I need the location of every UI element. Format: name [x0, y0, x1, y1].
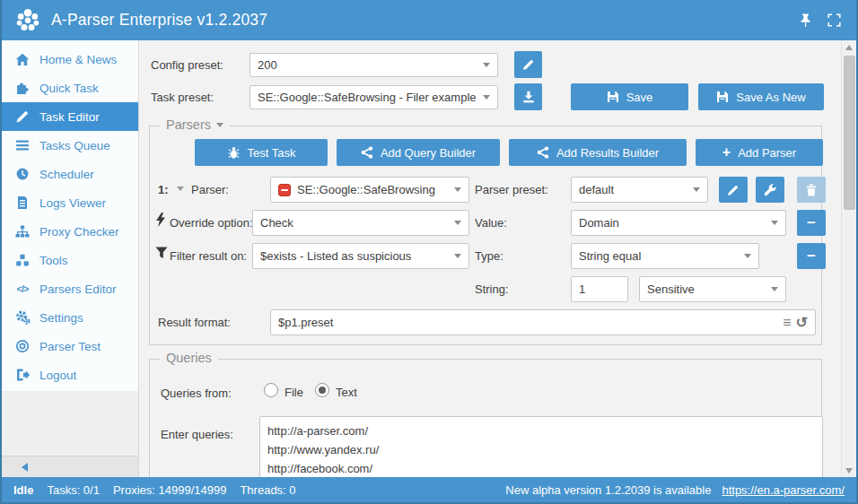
pin-icon[interactable] [795, 11, 815, 30]
filter-result-label: Filter result on: [170, 249, 247, 263]
value-dropdown[interactable]: Domain [571, 210, 786, 236]
config-preset-dropdown[interactable]: 200 [250, 53, 498, 77]
remove-filter-button[interactable]: − [797, 243, 826, 269]
chevron-down-icon [483, 63, 490, 67]
app-title: A-Parser Enterprise v1.2.2037 [51, 11, 267, 30]
string-input[interactable] [571, 276, 628, 302]
filter-result-dropdown[interactable]: $exists - Listed as suspicious [252, 243, 469, 269]
save-icon [607, 91, 619, 103]
sidebar-item-label: Logs Viewer [39, 196, 106, 210]
edit-config-preset-button[interactable] [514, 51, 542, 78]
add-query-builder-button[interactable]: Add Query Builder [337, 139, 500, 166]
sidebar-item-label: Settings [39, 311, 83, 325]
parsers-legend[interactable]: Parsers [160, 117, 230, 132]
value-label: Value: [475, 216, 507, 230]
delete-parser-button[interactable] [797, 177, 826, 203]
task-preset-dropdown[interactable]: SE::Google::SafeBrowsing - Filer example [250, 85, 498, 109]
home-icon [13, 52, 31, 67]
override-option-label: Override option: [170, 216, 253, 230]
pencil-icon [727, 184, 740, 196]
sidebar-item-tasks-queue[interactable]: Tasks Queue [2, 131, 138, 160]
statusbar: Idle Tasks: 0/1 Proxies: 14999/14999 Thr… [2, 477, 856, 502]
row-expander-icon[interactable] [177, 187, 184, 191]
parser-preset-dropdown[interactable]: default [571, 177, 708, 203]
sidebar-item-label: Task Editor [39, 110, 100, 124]
sidebar-item-label: Parser Test [39, 340, 101, 353]
sidebar-item-scheduler[interactable]: Scheduler [2, 160, 138, 188]
sidebar-item-label: Home & News [39, 53, 117, 66]
override-icon [156, 213, 165, 230]
override-option-dropdown[interactable]: Check [252, 210, 469, 236]
collapse-sidebar-button[interactable] [2, 456, 138, 477]
app-window: A-Parser Enterprise v1.2.2037 Home & New… [0, 0, 858, 504]
queries-from-text-radio[interactable] [315, 383, 329, 397]
queries-legend[interactable]: Queries [160, 351, 218, 365]
result-format-input[interactable]: $p1.preset ≡ ↺ [270, 309, 816, 335]
add-results-builder-button[interactable]: Add Results Builder [509, 139, 687, 166]
remove-override-button[interactable]: − [797, 210, 826, 236]
filter-type-dropdown[interactable]: String equal [571, 243, 759, 269]
sidebar-item-home-news[interactable]: Home & News [2, 45, 138, 74]
file-radio-label: File [285, 386, 303, 399]
sidebar-item-logout[interactable]: Logout [2, 361, 138, 389]
parser-dropdown[interactable]: SE::Google::SafeBrowsing [270, 177, 469, 203]
queries-from-file-radio[interactable] [264, 383, 278, 397]
document-icon [13, 196, 31, 211]
template-list-icon[interactable]: ≡ [783, 316, 791, 330]
sidebar-item-settings[interactable]: Settings [2, 303, 138, 332]
chevron-down-icon [454, 221, 461, 225]
parser-row-index: 1: [158, 183, 169, 196]
queries-from-label: Queries from: [161, 387, 232, 400]
pencil-icon [522, 58, 535, 71]
sidebar-item-parser-test[interactable]: Parser Test [2, 332, 138, 361]
parser-options-button[interactable] [756, 177, 784, 203]
sidebar-item-tools[interactable]: Tools [2, 246, 138, 274]
load-task-preset-button[interactable] [514, 83, 542, 110]
minus-icon: − [807, 214, 816, 232]
sidebar-item-quick-task[interactable]: Quick Task [2, 74, 138, 102]
vertical-scrollbar[interactable] [841, 40, 856, 477]
reset-format-icon[interactable]: ↺ [796, 316, 808, 330]
trash-icon [806, 184, 817, 196]
share-icon [537, 146, 549, 159]
chevron-down-icon [771, 287, 778, 291]
status-threads: Threads: 0 [240, 483, 295, 497]
add-parser-button[interactable]: + Add Parser [696, 139, 823, 166]
chevron-down-icon [454, 187, 461, 192]
sidebar-item-task-editor[interactable]: Task Editor [2, 102, 138, 131]
chevron-down-icon [454, 254, 461, 258]
case-sensitivity-dropdown[interactable]: Sensitive [639, 276, 786, 302]
safebrowsing-icon [278, 184, 291, 196]
puzzle-icon [13, 81, 31, 96]
collapse-left-icon [22, 463, 28, 472]
scroll-up-icon[interactable] [845, 45, 853, 50]
gears-icon [13, 310, 31, 326]
sidebar-item-proxy-checker[interactable]: Proxy Checker [2, 217, 138, 246]
sitemap-icon [13, 224, 31, 239]
pencil-icon [13, 109, 31, 125]
sidebar-item-logs-viewer[interactable]: Logs Viewer [2, 188, 138, 217]
maximize-icon[interactable] [824, 11, 844, 30]
scrollbar-thumb[interactable] [844, 56, 855, 210]
scroll-down-icon[interactable] [845, 468, 853, 474]
save-as-new-button[interactable]: Save As New [698, 83, 824, 110]
save-icon [716, 91, 729, 103]
save-button[interactable]: Save [571, 83, 688, 110]
text-radio-label: Text [336, 386, 357, 399]
download-icon [522, 91, 535, 103]
queries-textarea[interactable]: http://a-parser.com/ http://www.yandex.r… [259, 416, 823, 477]
status-tasks: Tasks: 0/1 [47, 483, 100, 497]
update-link[interactable]: https://en.a-parser.com/ [722, 483, 845, 497]
sidebar-item-label: Tasks Queue [39, 139, 110, 152]
task-editor-panel: Config preset: 200 Task preset: SE::Goog… [139, 40, 841, 477]
sidebar-item-label: Tools [39, 254, 68, 267]
plus-icon: + [722, 144, 731, 161]
edit-parser-preset-button[interactable] [719, 177, 748, 203]
string-label: String: [475, 282, 509, 296]
sidebar-item-label: Proxy Checker [39, 225, 119, 239]
sidebar-item-parsers-editor[interactable]: </> Parsers Editor [2, 274, 138, 303]
code-icon: </> [13, 282, 31, 297]
type-label: Type: [475, 249, 503, 263]
share-icon [361, 146, 373, 159]
test-task-button[interactable]: Test Task [195, 139, 328, 166]
